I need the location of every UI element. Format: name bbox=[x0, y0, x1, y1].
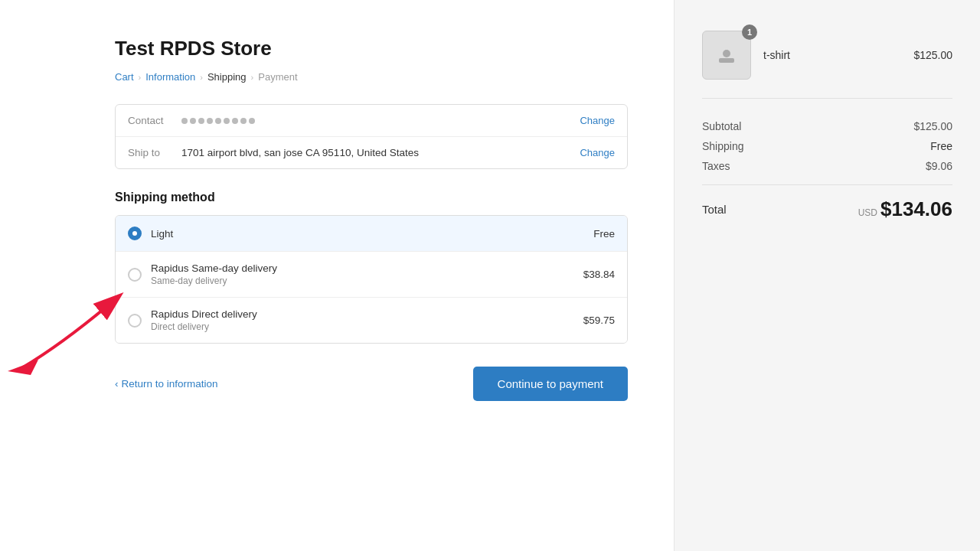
arrow-annotation bbox=[0, 283, 130, 375]
total-currency: USD bbox=[858, 207, 877, 218]
subtotal-value: $125.00 bbox=[913, 120, 952, 132]
return-to-information-link[interactable]: ‹ Return to information bbox=[115, 378, 218, 390]
blur-dot-6 bbox=[224, 118, 230, 124]
breadcrumb-cart[interactable]: Cart bbox=[115, 71, 134, 83]
option-details-direct: Rapidus Direct delivery Direct delivery bbox=[151, 308, 583, 332]
shipping-option-light[interactable]: Light Free bbox=[116, 216, 627, 251]
actions-bar: ‹ Return to information Continue to paym… bbox=[115, 367, 628, 401]
option-price-same-day: $38.84 bbox=[583, 269, 615, 280]
total-amount: USD $134.06 bbox=[858, 197, 952, 221]
breadcrumb-information[interactable]: Information bbox=[145, 71, 195, 83]
blur-dot-2 bbox=[190, 118, 196, 124]
contact-change-button[interactable]: Change bbox=[580, 115, 615, 126]
info-box: Contact Change Ship to 1701 airport blvd… bbox=[115, 104, 628, 169]
back-link-label: Return to information bbox=[122, 378, 218, 390]
chevron-left-icon: ‹ bbox=[115, 378, 119, 390]
shipping-option-same-day[interactable]: Rapidus Same-day delivery Same-day deliv… bbox=[116, 251, 627, 297]
option-details-light: Light bbox=[151, 228, 593, 240]
blur-dot-5 bbox=[215, 118, 221, 124]
left-panel: Test RPDS Store Cart › Information › Shi… bbox=[0, 0, 674, 551]
subtotal-row: Subtotal $125.00 bbox=[702, 120, 952, 132]
option-name-light: Light bbox=[151, 228, 593, 240]
option-details-same-day: Rapidus Same-day delivery Same-day deliv… bbox=[151, 262, 583, 286]
breadcrumb-shipping: Shipping bbox=[207, 71, 247, 83]
option-sub-direct: Direct delivery bbox=[151, 321, 583, 332]
cart-item-price: $125.00 bbox=[913, 49, 952, 61]
blur-dot-4 bbox=[207, 118, 213, 124]
ship-to-value: 1701 airport blvd, san jose CA 95110, Un… bbox=[181, 147, 580, 158]
blur-dot-3 bbox=[198, 118, 204, 124]
blur-dot-7 bbox=[232, 118, 238, 124]
contact-row: Contact Change bbox=[116, 105, 627, 136]
shipping-options: Light Free Rapidus Same-day delivery Sam… bbox=[115, 215, 628, 344]
radio-light bbox=[128, 227, 142, 240]
option-name-same-day: Rapidus Same-day delivery bbox=[151, 262, 583, 274]
svg-point-1 bbox=[723, 50, 730, 57]
total-row: Total USD $134.06 bbox=[702, 184, 952, 221]
shipping-option-direct[interactable]: Rapidus Direct delivery Direct delivery … bbox=[116, 297, 627, 343]
ship-to-change-button[interactable]: Change bbox=[580, 147, 615, 158]
contact-label: Contact bbox=[128, 115, 181, 126]
right-panel: 1 t-shirt $125.00 Subtotal $125.00 Shipp… bbox=[674, 0, 980, 551]
svg-rect-2 bbox=[719, 58, 734, 63]
cart-badge: 1 bbox=[742, 24, 757, 40]
shipping-row: Shipping Free bbox=[702, 140, 952, 152]
breadcrumb-sep-2: › bbox=[200, 73, 203, 82]
ship-to-row: Ship to 1701 airport blvd, san jose CA 9… bbox=[116, 136, 627, 168]
radio-direct bbox=[128, 314, 142, 328]
shipping-label: Shipping bbox=[702, 140, 744, 152]
taxes-label: Taxes bbox=[702, 160, 730, 172]
subtotal-label: Subtotal bbox=[702, 120, 741, 132]
total-label: Total bbox=[702, 203, 727, 216]
option-price-direct: $59.75 bbox=[583, 315, 615, 326]
blur-dot-8 bbox=[240, 118, 247, 124]
option-name-direct: Rapidus Direct delivery bbox=[151, 308, 583, 320]
cart-item: 1 t-shirt $125.00 bbox=[702, 31, 952, 99]
breadcrumb: Cart › Information › Shipping › Payment bbox=[115, 71, 628, 83]
breadcrumb-sep-3: › bbox=[251, 73, 254, 82]
store-title: Test RPDS Store bbox=[115, 37, 628, 60]
radio-same-day bbox=[128, 268, 142, 282]
continue-to-payment-button[interactable]: Continue to payment bbox=[473, 367, 628, 401]
contact-value-blurred bbox=[181, 118, 580, 124]
radio-light-inner bbox=[132, 231, 137, 236]
breadcrumb-sep-1: › bbox=[139, 73, 142, 82]
option-price-light: Free bbox=[593, 228, 615, 240]
total-value: $134.06 bbox=[880, 197, 952, 221]
taxes-value: $9.06 bbox=[926, 160, 952, 172]
cart-item-name: t-shirt bbox=[763, 49, 913, 61]
cart-item-image-wrap: 1 bbox=[702, 31, 751, 80]
shipping-method-title: Shipping method bbox=[115, 191, 628, 204]
taxes-row: Taxes $9.06 bbox=[702, 160, 952, 172]
shipping-value: Free bbox=[930, 140, 952, 152]
ship-to-label: Ship to bbox=[128, 147, 181, 158]
breadcrumb-payment: Payment bbox=[258, 71, 297, 83]
cart-item-image bbox=[702, 31, 751, 80]
blur-dot-1 bbox=[181, 118, 188, 124]
blur-dot-9 bbox=[249, 118, 255, 124]
option-sub-same-day: Same-day delivery bbox=[151, 276, 583, 286]
